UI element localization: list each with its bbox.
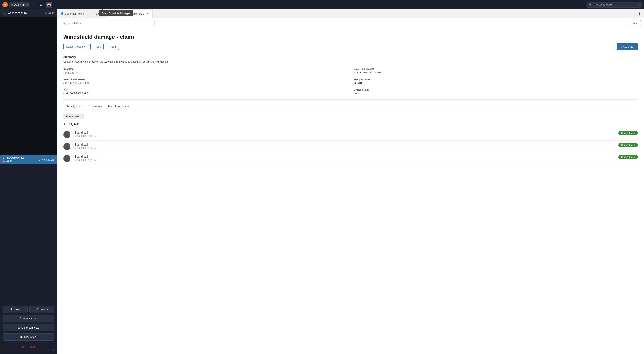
- details-grid: Customer John Doe ••• Date/Time Created …: [63, 68, 638, 95]
- tab-customer-profile[interactable]: 👤 Customer Profile: [57, 10, 88, 18]
- activity-time-2: Jun 14, 2022, 2:12 PM: [73, 147, 616, 150]
- badge-chevron-3-icon: ▾: [634, 156, 635, 158]
- schedule-manager-button[interactable]: 📅: [46, 2, 52, 8]
- status-label: Available: [14, 3, 25, 6]
- wisdom-search[interactable]: 🔍 Search Wisdom ▾: [586, 2, 642, 8]
- status-button[interactable]: Status: Closed ▾: [63, 44, 88, 50]
- add-case-button[interactable]: + Case: [626, 20, 641, 26]
- detail-vin-label: VIN: [63, 88, 348, 91]
- calendar-icon: 📅: [47, 3, 51, 7]
- customer-link[interactable]: John Doe: [63, 71, 74, 74]
- status-selector[interactable]: Available ▾: [10, 2, 30, 7]
- app-logo: ✦: [2, 2, 8, 8]
- all-activities-button[interactable]: All Activities ▾: [63, 114, 84, 119]
- activity-item: 📞 Inbound call Jun 14, 2022, 8:01 PM Com…: [63, 129, 638, 141]
- activity-item: 📞 Inbound call Jun 14, 2022, 2:11 PM Com…: [63, 153, 638, 165]
- badge-chevron-1-icon: ▾: [634, 132, 635, 134]
- detail-fault-value: False: [354, 92, 638, 95]
- end-call-button[interactable]: ✖ End call: [3, 342, 54, 351]
- completed-badge-1[interactable]: Completed ▾: [618, 131, 638, 135]
- summary-heading: Summary: [63, 56, 638, 59]
- tabs-bar: 👤 Customer Profile 📄 Cases 📄 Windshield …: [57, 10, 644, 18]
- activity-time-3: Jun 14, 2022, 2:11 PM: [73, 159, 616, 162]
- number-pad-button[interactable]: ⠿ Number pad: [3, 315, 54, 322]
- customer-dots[interactable]: •••: [76, 71, 79, 74]
- detail-customer-label: Customer: [63, 68, 348, 71]
- detail-owners-fault: Owner's fault False: [354, 88, 638, 95]
- wisdom-search-placeholder: Search Wisdom: [594, 3, 612, 6]
- activity-icon-3: 📞: [63, 155, 70, 162]
- case-content: Windshield damage - claim Status: Closed…: [57, 28, 644, 354]
- detail-policy-number: Policy Number 7017817: [354, 78, 638, 84]
- detail-date-created-label: Date/Time Created: [354, 68, 638, 71]
- hold-button[interactable]: ⏸ Hold: [3, 306, 28, 313]
- connected-timer-display: ⏰ 01:10: [3, 160, 24, 163]
- tab-comments[interactable]: Comments: [85, 103, 105, 110]
- share-button[interactable]: ⬆: [635, 12, 644, 16]
- create-task-button[interactable]: 📋 Create task: [3, 333, 54, 341]
- tab-more-info[interactable]: More Information: [105, 103, 132, 110]
- detail-customer: Customer John Doe •••: [63, 68, 348, 74]
- wisdom-chevron-icon: ▾: [638, 4, 639, 6]
- edit-button[interactable]: ✎ Edit: [106, 44, 119, 50]
- all-activities-label: All Activities: [66, 115, 79, 118]
- unmute-icon: 🎤: [35, 308, 38, 311]
- status-chevron-icon: ▾: [84, 45, 86, 48]
- phone-icon: 📞: [3, 12, 7, 15]
- search-cases-input[interactable]: 🔍 Search Cases: [60, 20, 154, 26]
- right-panel: 👤 Customer Profile 📄 Cases 📄 Windshield …: [57, 10, 644, 354]
- unmute-button[interactable]: 🎤 Unmute: [30, 306, 54, 313]
- associate-button[interactable]: Associate: [617, 43, 638, 50]
- video-area: [0, 17, 57, 155]
- phone-activity-icon: 📞: [65, 133, 69, 136]
- add-case-label: + Case: [629, 22, 638, 25]
- all-activities-chevron-icon: ▾: [80, 115, 82, 118]
- search-add-bar: 🔍 Search Cases + Case: [57, 18, 644, 28]
- add-task-button[interactable]: + Task: [90, 44, 104, 50]
- summary-text: Customer was driving on i90 on the way b…: [63, 60, 638, 64]
- activity-name-2: Inbound call: [73, 143, 616, 146]
- detail-fault-label: Owner's fault: [354, 88, 638, 91]
- caller-number: +12065778298: [8, 12, 44, 15]
- create-task-icon: 📋: [20, 335, 23, 338]
- activity-icon-2: 📞: [63, 143, 70, 150]
- quick-connects-button[interactable]: ⊟ Quick connects: [3, 324, 54, 331]
- case-actions: Status: Closed ▾ + Task ✎ Edit Associate: [63, 43, 638, 50]
- tab-cases-icon: 📄: [91, 12, 94, 15]
- activity-name-3: Inbound call: [73, 155, 616, 158]
- left-panel: 📞 +12065778298 ⏱ 01:10 +1 206-577-8298 ⏰…: [0, 10, 57, 354]
- detail-date-updated: Date/Time Updated Jun 14, 2022, 8:01 PM: [63, 78, 348, 84]
- edit-label: ✎ Edit: [108, 45, 116, 48]
- search-cases-placeholder: Search Cases: [68, 22, 84, 25]
- settings-button[interactable]: ⚙: [38, 2, 44, 8]
- activity-info-2: Inbound call Jun 14, 2022, 2:12 PM: [73, 143, 616, 150]
- associate-label: Associate: [622, 45, 634, 48]
- hold-unmute-row: ⏸ Hold 🎤 Unmute: [3, 306, 54, 313]
- status-button-label: Status: Closed: [66, 45, 83, 48]
- detail-policy-value: 7017817: [354, 82, 638, 84]
- detail-date-updated-value: Jun 14, 2022, 8:01 PM: [63, 82, 348, 84]
- timer-icon: ⏱: [45, 12, 48, 15]
- activity-info-3: Inbound call Jun 14, 2022, 2:11 PM: [73, 155, 616, 162]
- status-chevron-icon: ▾: [26, 3, 28, 6]
- call-info-bar: 📞 +12065778298 ⏱ 01:10: [0, 10, 57, 17]
- connected-bar: +1 206-577-8298 ⏰ 01:10 Connected call: [0, 155, 57, 164]
- activity-item: 📞 Inbound call Jun 14, 2022, 2:12 PM Com…: [63, 141, 638, 153]
- tab-close-icon[interactable]: ✕: [146, 12, 149, 15]
- phone-activity-icon-2: 📞: [65, 145, 69, 148]
- badge-chevron-2-icon: ▾: [634, 144, 635, 146]
- add-task-label: + Task: [94, 45, 101, 48]
- tab-activity-feed[interactable]: Activity Feed: [63, 103, 85, 110]
- end-call-icon: ✖: [22, 345, 24, 348]
- main-layout: 📞 +12065778298 ⏱ 01:10 +1 206-577-8298 ⏰…: [0, 10, 644, 354]
- detail-date-updated-label: Date/Time Updated: [63, 78, 348, 81]
- connected-label: Connected call: [39, 158, 54, 161]
- activity-name-1: Inbound call: [73, 131, 616, 134]
- status-dot: [12, 4, 13, 6]
- completed-badge-3[interactable]: Completed ▾: [618, 155, 638, 159]
- left-spacer: [0, 164, 57, 302]
- detail-date-created-value: Jun 13, 2022, 12:17 PM: [354, 71, 638, 74]
- detail-date-created: Date/Time Created Jun 13, 2022, 12:17 PM: [354, 68, 638, 74]
- completed-badge-2[interactable]: Completed ▾: [618, 143, 638, 147]
- add-button[interactable]: +: [31, 2, 36, 8]
